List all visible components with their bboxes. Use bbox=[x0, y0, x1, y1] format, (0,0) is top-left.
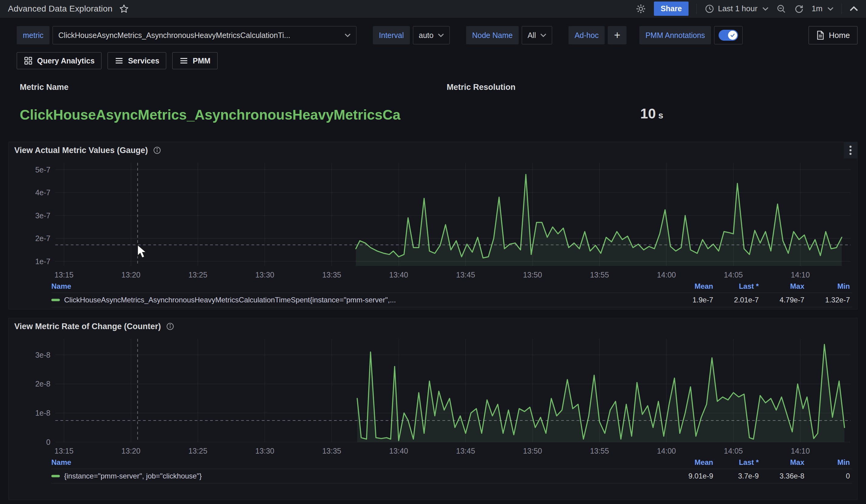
svg-text:1e-8: 1e-8 bbox=[35, 409, 51, 417]
collapse-chevron-up-icon[interactable] bbox=[850, 6, 858, 12]
adhoc-filter-label: Ad-hoc bbox=[568, 26, 605, 44]
time-range-label: Last 1 hour bbox=[718, 4, 757, 13]
svg-text:13:45: 13:45 bbox=[456, 271, 475, 279]
resolution-unit: s bbox=[658, 110, 663, 120]
chevron-down-icon bbox=[540, 33, 546, 37]
legend-col-mean[interactable]: Mean bbox=[669, 282, 715, 290]
query-analytics-button[interactable]: Query Analytics bbox=[17, 52, 101, 69]
svg-text:14:10: 14:10 bbox=[791, 271, 810, 279]
svg-text:13:30: 13:30 bbox=[255, 447, 274, 455]
legend-col-min[interactable]: Min bbox=[806, 458, 852, 467]
metric-select[interactable]: ClickHouseAsyncMetrics_AsynchronousHeavy… bbox=[53, 26, 356, 44]
share-button[interactable]: Share bbox=[654, 1, 688, 16]
legend-col-mean[interactable]: Mean bbox=[669, 458, 715, 467]
gauge-chart-svg[interactable]: 1e-72e-73e-74e-75e-713:1513:2013:2513:30… bbox=[11, 159, 855, 280]
mouse-cursor bbox=[138, 245, 146, 257]
svg-text:13:40: 13:40 bbox=[389, 447, 408, 455]
counter-legend-header: Name Mean Last * Max Min bbox=[51, 456, 852, 469]
interval-select-value: auto bbox=[419, 31, 434, 40]
svg-text:5e-7: 5e-7 bbox=[35, 165, 51, 174]
metric-select-value: ClickHouseAsyncMetrics_AsynchronousHeavy… bbox=[58, 31, 290, 40]
svg-text:13:55: 13:55 bbox=[590, 271, 609, 279]
metric-name-value: ClickHouseAsyncMetrics_AsynchronousHeavy… bbox=[20, 106, 445, 123]
home-button[interactable]: Home bbox=[809, 26, 857, 44]
time-range-picker[interactable]: Last 1 hour bbox=[704, 4, 768, 14]
pmm-label: PMM bbox=[193, 56, 210, 65]
info-icon[interactable] bbox=[153, 146, 162, 154]
clock-icon bbox=[704, 4, 714, 14]
series-name[interactable]: {instance="pmm-server", job="clickhouse"… bbox=[64, 472, 202, 480]
svg-text:13:20: 13:20 bbox=[122, 447, 141, 455]
resolution-number: 10 bbox=[640, 106, 656, 122]
svg-text:14:00: 14:00 bbox=[657, 447, 676, 455]
counter-chart-svg[interactable]: 01e-82e-83e-813:1513:2013:2513:3013:3513… bbox=[11, 335, 855, 456]
metric-resolution-value: 10s bbox=[447, 105, 857, 122]
series-mean: 9.01e-9 bbox=[669, 472, 715, 480]
menu-icon bbox=[179, 56, 188, 65]
counter-chart-area[interactable]: 01e-82e-83e-813:1513:2013:2513:3013:3513… bbox=[11, 335, 855, 456]
stats-section: Metric Name ClickHouseAsyncMetrics_Async… bbox=[20, 83, 857, 123]
info-icon[interactable] bbox=[166, 322, 175, 331]
svg-text:2e-8: 2e-8 bbox=[35, 379, 51, 388]
metric-filter-label: metric bbox=[17, 26, 49, 44]
svg-text:13:50: 13:50 bbox=[523, 271, 542, 279]
counter-panel: View Metric Rate of Change (Counter) 01e… bbox=[9, 318, 857, 500]
home-button-label: Home bbox=[829, 31, 850, 40]
gauge-panel-header[interactable]: View Actual Metric Values (Gauge) bbox=[9, 142, 857, 159]
gauge-panel-title: View Actual Metric Values (Gauge) bbox=[14, 146, 148, 155]
chevron-down-icon bbox=[762, 7, 768, 11]
legend-col-max[interactable]: Max bbox=[760, 458, 806, 467]
metric-resolution-stat: Metric Resolution 10s bbox=[447, 83, 857, 123]
legend-col-last[interactable]: Last * bbox=[715, 282, 760, 290]
counter-legend: Name Mean Last * Max Min {instance="pmm-… bbox=[9, 456, 857, 485]
favorite-star-icon[interactable] bbox=[119, 4, 129, 14]
add-adhoc-filter-button[interactable]: + bbox=[608, 26, 626, 44]
refresh-interval-label: 1m bbox=[812, 4, 823, 13]
services-label: Services bbox=[128, 56, 159, 65]
series-last: 3.7e-9 bbox=[715, 472, 760, 480]
svg-text:4e-7: 4e-7 bbox=[35, 188, 51, 197]
services-button[interactable]: Services bbox=[108, 52, 166, 69]
series-last: 2.01e-7 bbox=[715, 296, 760, 304]
svg-text:14:05: 14:05 bbox=[724, 447, 743, 455]
legend-col-min[interactable]: Min bbox=[806, 282, 852, 290]
interval-filter-label: Interval bbox=[373, 26, 410, 44]
svg-text:13:25: 13:25 bbox=[188, 271, 207, 279]
series-name[interactable]: ClickHouseAsyncMetrics_AsynchronousHeavy… bbox=[64, 296, 396, 304]
shortcut-buttons-row: Query Analytics Services PMM bbox=[17, 52, 857, 69]
query-analytics-label: Query Analytics bbox=[37, 56, 95, 65]
chevron-down-icon bbox=[828, 7, 833, 11]
svg-text:14:10: 14:10 bbox=[791, 447, 810, 455]
metric-resolution-label: Metric Resolution bbox=[447, 83, 857, 92]
pmm-annotations-label: PMM Annotations bbox=[639, 26, 711, 44]
pmm-annotations-toggle[interactable] bbox=[714, 26, 743, 44]
gauge-panel: View Actual Metric Values (Gauge) 1e-72e… bbox=[9, 142, 857, 309]
refresh-interval-picker[interactable]: 1m bbox=[812, 4, 833, 13]
svg-text:13:35: 13:35 bbox=[322, 271, 341, 279]
interval-select[interactable]: auto bbox=[413, 26, 450, 44]
series-max: 4.79e-7 bbox=[760, 296, 806, 304]
counter-panel-header[interactable]: View Metric Rate of Change (Counter) bbox=[9, 318, 857, 335]
refresh-icon[interactable] bbox=[794, 4, 804, 14]
legend-col-name[interactable]: Name bbox=[51, 282, 669, 290]
series-min: 1.32e-7 bbox=[806, 296, 852, 304]
zoom-out-icon[interactable] bbox=[776, 4, 786, 14]
legend-col-last[interactable]: Last * bbox=[715, 458, 760, 467]
series-color-swatch bbox=[51, 299, 60, 301]
series-mean: 1.9e-7 bbox=[669, 296, 715, 304]
chevron-down-icon bbox=[345, 33, 351, 37]
legend-col-name[interactable]: Name bbox=[51, 458, 669, 467]
node-name-filter-label: Node Name bbox=[466, 26, 519, 44]
svg-text:13:40: 13:40 bbox=[389, 271, 408, 279]
toggle-pill bbox=[719, 30, 738, 41]
svg-text:13:30: 13:30 bbox=[255, 271, 274, 279]
node-name-select[interactable]: All bbox=[522, 26, 552, 44]
panel-menu-kebab-icon[interactable] bbox=[844, 142, 857, 159]
metric-name-label: Metric Name bbox=[20, 83, 447, 92]
settings-gear-icon[interactable] bbox=[636, 4, 646, 14]
menu-icon bbox=[114, 56, 124, 65]
gauge-chart-area[interactable]: 1e-72e-73e-74e-75e-713:1513:2013:2513:30… bbox=[11, 159, 855, 280]
svg-text:3e-7: 3e-7 bbox=[35, 211, 51, 220]
pmm-button[interactable]: PMM bbox=[172, 52, 217, 69]
legend-col-max[interactable]: Max bbox=[760, 282, 806, 290]
